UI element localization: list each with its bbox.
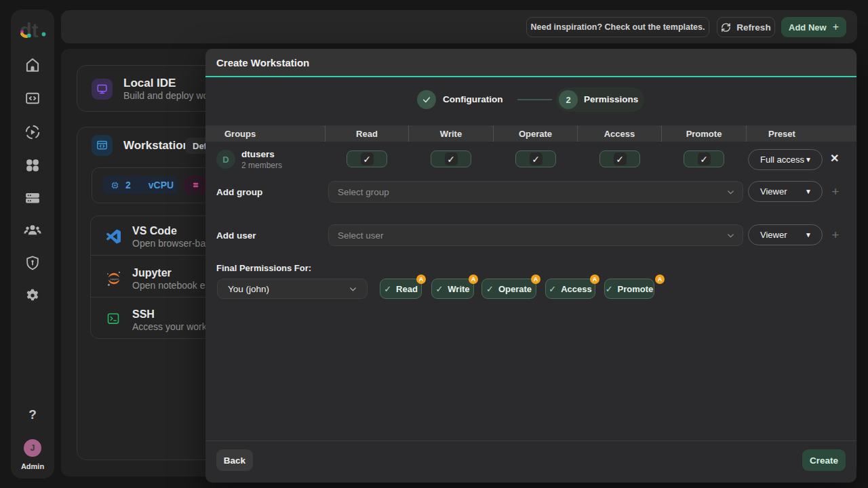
svg-text:jupyter: jupyter <box>110 277 119 281</box>
